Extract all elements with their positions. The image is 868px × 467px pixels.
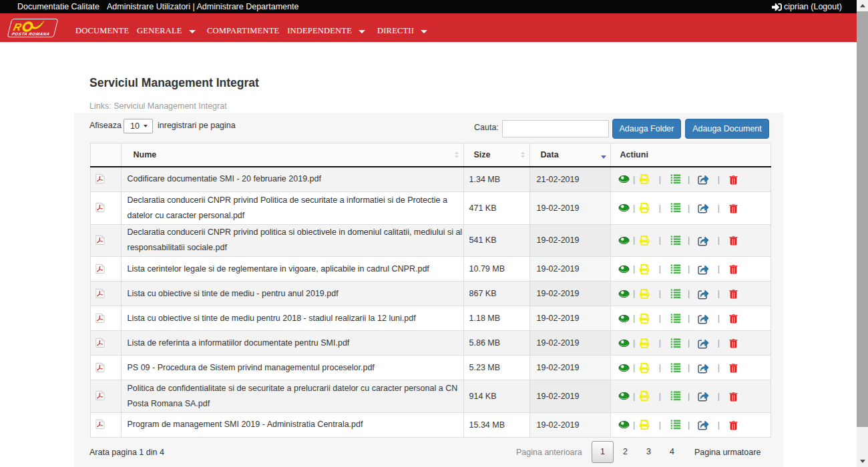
svg-text:R: R xyxy=(12,21,23,33)
svg-text:POSTA ROMANA: POSTA ROMANA xyxy=(11,31,50,36)
